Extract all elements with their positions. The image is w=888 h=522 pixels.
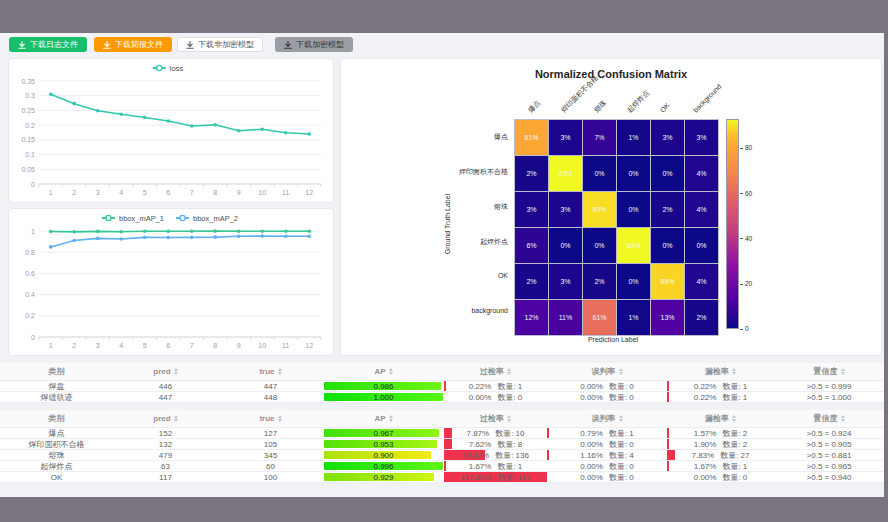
sort-icon[interactable]	[278, 368, 282, 375]
download-plain-model-button[interactable]: 下载非加密模型	[177, 37, 263, 52]
column-header-over[interactable]: 过检率	[444, 363, 547, 380]
data-point	[72, 102, 76, 106]
column-header-pred[interactable]: pred	[113, 363, 218, 380]
data-point	[284, 229, 288, 233]
cell-over: 39.42%数量: 136	[444, 450, 547, 460]
rate-value: 0.00%	[580, 473, 603, 482]
heatmap-cell: 93%	[549, 156, 582, 191]
heatmap-cell: 0%	[583, 156, 616, 191]
column-header-conf[interactable]: 置信度	[774, 410, 884, 427]
rate-value: 7.62%	[469, 440, 492, 449]
column-header-miss[interactable]: 漏检率	[667, 410, 774, 427]
sort-icon[interactable]	[841, 368, 845, 375]
heatmap-cell: 0%	[617, 264, 650, 299]
svg-text:7: 7	[190, 189, 194, 196]
column-header-label: AP	[374, 414, 385, 423]
table-row: 焊印面积不合格1321050.9537.62%数量: 80.00%数量: 01.…	[0, 439, 884, 450]
cell-mis: 0.00%数量: 0	[547, 439, 667, 449]
cell-cat: 起焊炸点	[0, 461, 113, 471]
rate-count: 数量: 27	[720, 450, 749, 460]
column-header-label: 置信度	[814, 366, 838, 377]
cell-true: 447	[218, 381, 323, 391]
column-header-mis[interactable]: 误判率	[547, 363, 667, 380]
ap-value: 0.986	[373, 382, 393, 391]
confidence-value: >0.5 = 0.940	[807, 473, 852, 482]
sort-icon[interactable]	[619, 368, 623, 375]
svg-text:1: 1	[49, 189, 53, 196]
data-point	[284, 131, 288, 135]
sort-icon[interactable]	[389, 368, 393, 375]
app-window: 下载日志文件 下载简报文件 下载非加密模型 下载加密模型	[0, 0, 888, 522]
ap-value: 0.900	[373, 451, 393, 460]
rate-value: 0.00%	[580, 440, 603, 449]
table-header-row: 类别predtrueAP过检率误判率漏检率置信度	[0, 363, 884, 381]
column-header-cat: 类别	[0, 410, 113, 427]
confidence-value: >0.5 = 0.965	[807, 462, 852, 471]
svg-text:6: 6	[166, 189, 170, 196]
svg-text:3: 3	[96, 189, 100, 196]
svg-text:8: 8	[213, 189, 217, 196]
data-point	[49, 245, 53, 249]
cell-mis: 1.16%数量: 4	[547, 450, 667, 460]
cell-ap: 0.986	[323, 381, 444, 391]
rate-count: 数量: 117	[497, 472, 530, 482]
column-header-conf[interactable]: 置信度	[774, 363, 884, 380]
column-header-label: 漏检率	[705, 413, 729, 424]
legend-item-bbox_mAP_2[interactable]: bbox_mAP_2	[176, 214, 238, 223]
sort-icon[interactable]	[174, 368, 178, 375]
rate-bar	[667, 450, 675, 460]
column-header-ap[interactable]: AP	[323, 410, 444, 427]
column-header-pred[interactable]: pred	[113, 410, 218, 427]
ap-value: 0.929	[373, 473, 393, 482]
sort-icon[interactable]	[619, 415, 623, 422]
rate-bar	[667, 381, 669, 391]
column-header-ap[interactable]: AP	[323, 363, 444, 380]
sort-icon[interactable]	[507, 368, 511, 375]
svg-text:0.15: 0.15	[21, 136, 35, 143]
svg-text:6: 6	[166, 342, 170, 349]
download-log-button[interactable]: 下载日志文件	[9, 37, 87, 52]
column-header-true[interactable]: true	[218, 363, 323, 380]
data-point	[190, 124, 194, 128]
rate-value: 7.87%	[466, 429, 489, 438]
colorbar-tick: 60	[740, 190, 752, 198]
cell-true: 448	[218, 392, 323, 402]
cell-pred: 132	[113, 439, 218, 449]
column-header-true[interactable]: true	[218, 410, 323, 427]
svg-text:7: 7	[190, 342, 194, 349]
download-icon	[18, 41, 26, 49]
column-header-over[interactable]: 过检率	[444, 410, 547, 427]
column-header-label: 误判率	[592, 413, 616, 424]
cell-miss: 1.90%数量: 2	[667, 439, 774, 449]
rate-bar	[444, 428, 452, 438]
column-header-mis[interactable]: 误判率	[547, 410, 667, 427]
heatmap-cell: 0%	[549, 228, 582, 263]
rate-count: 数量: 2	[722, 439, 747, 449]
colorbar	[726, 119, 739, 329]
cell-conf: >0.5 = 0.965	[774, 461, 884, 471]
cell-cat: 爆点	[0, 428, 113, 438]
sort-icon[interactable]	[389, 415, 393, 422]
sort-icon[interactable]	[174, 415, 178, 422]
colorbar-tick: 80	[740, 144, 752, 152]
download-encrypted-model-button[interactable]: 下载加密模型	[275, 37, 353, 52]
cell-miss: 1.57%数量: 2	[667, 428, 774, 438]
download-brief-button[interactable]: 下载简报文件	[94, 37, 172, 52]
row-label: 焊印面积不合格	[459, 167, 508, 177]
legend-item-loss[interactable]: loss	[153, 64, 184, 73]
column-header-miss[interactable]: 漏检率	[667, 363, 774, 380]
sort-icon[interactable]	[732, 368, 736, 375]
sort-icon[interactable]	[841, 415, 845, 422]
table-row: OK1171000.929117.00%数量: 1170.00%数量: 00.0…	[0, 472, 884, 483]
legend-item-bbox_mAP_1[interactable]: bbox_mAP_1	[102, 214, 164, 223]
download-icon	[103, 41, 111, 49]
rate-value: 0.00%	[580, 462, 603, 471]
cell-mis: 0.00%数量: 0	[547, 381, 667, 391]
heatmap-cell: 3%	[685, 120, 718, 155]
sort-icon[interactable]	[732, 415, 736, 422]
bbox-map-chart: 00.20.40.60.81123456789101112bbox_mAP_1b…	[9, 209, 333, 355]
sort-icon[interactable]	[278, 415, 282, 422]
button-label: 下载加密模型	[296, 41, 344, 49]
rate-count: 数量: 0	[722, 472, 747, 482]
sort-icon[interactable]	[507, 415, 511, 422]
